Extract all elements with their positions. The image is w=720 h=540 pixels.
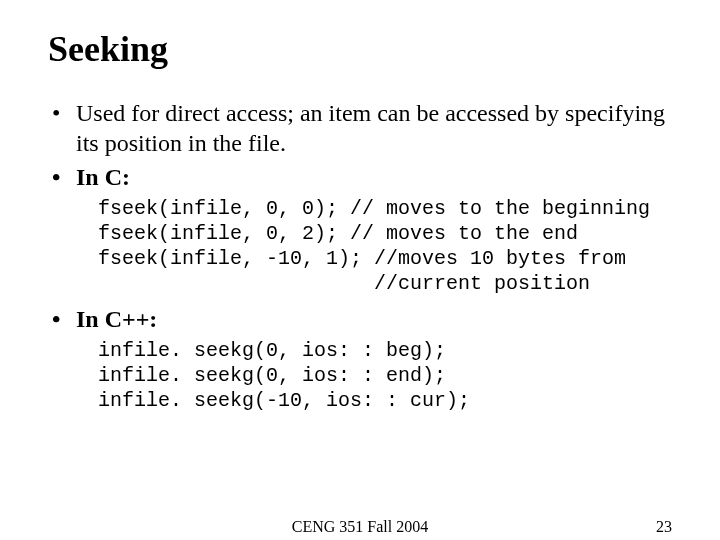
- slide: Seeking Used for direct access; an item …: [0, 0, 720, 540]
- bullet-c-label: In C:: [48, 162, 672, 192]
- bullet-cpp-label: In C++:: [48, 304, 672, 334]
- slide-content: Used for direct access; an item can be a…: [48, 98, 672, 413]
- page-number: 23: [656, 518, 672, 536]
- code-block-c: fseek(infile, 0, 0); // moves to the beg…: [48, 196, 672, 296]
- slide-title: Seeking: [48, 28, 672, 70]
- bullet-intro: Used for direct access; an item can be a…: [48, 98, 672, 158]
- code-block-cpp: infile. seekg(0, ios: : beg); infile. se…: [48, 338, 672, 413]
- footer-center-text: CENG 351 Fall 2004: [0, 518, 720, 536]
